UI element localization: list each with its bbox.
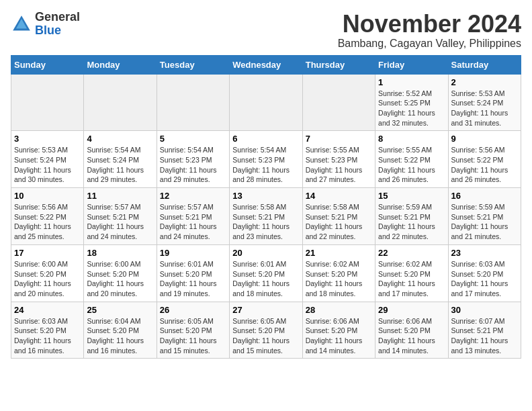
calendar-day-cell: 28Sunrise: 6:06 AMSunset: 5:20 PMDayligh…	[302, 302, 375, 359]
day-detail: Sunrise: 5:57 AMSunset: 5:21 PMDaylight:…	[160, 202, 226, 242]
calendar-table: SundayMondayTuesdayWednesdayThursdayFrid…	[11, 55, 521, 359]
day-number: 6	[232, 134, 299, 144]
day-number: 18	[87, 248, 153, 258]
title-section: November 2024 Bambang, Cagayan Valley, P…	[338, 11, 521, 50]
day-detail: Sunrise: 5:59 AMSunset: 5:21 PMDaylight:…	[451, 202, 518, 242]
calendar-day-cell: 4Sunrise: 5:54 AMSunset: 5:24 PMDaylight…	[84, 131, 157, 188]
day-detail: Sunrise: 5:54 AMSunset: 5:23 PMDaylight:…	[232, 145, 299, 185]
calendar-week-row: 3Sunrise: 5:53 AMSunset: 5:24 PMDaylight…	[11, 131, 521, 188]
calendar-day-cell: 27Sunrise: 6:05 AMSunset: 5:20 PMDayligh…	[230, 302, 302, 359]
calendar-day-cell: 17Sunrise: 6:00 AMSunset: 5:20 PMDayligh…	[11, 244, 84, 302]
day-number: 13	[232, 191, 299, 201]
day-number: 29	[378, 305, 445, 315]
day-number: 27	[232, 305, 299, 315]
calendar-day-cell: 29Sunrise: 6:06 AMSunset: 5:20 PMDayligh…	[375, 302, 448, 359]
calendar-day-cell	[302, 74, 375, 131]
day-number: 16	[451, 191, 518, 201]
day-detail: Sunrise: 6:01 AMSunset: 5:20 PMDaylight:…	[232, 259, 299, 299]
day-detail: Sunrise: 6:03 AMSunset: 5:20 PMDaylight:…	[451, 259, 518, 299]
day-number: 26	[160, 305, 226, 315]
day-detail: Sunrise: 6:00 AMSunset: 5:20 PMDaylight:…	[87, 259, 153, 299]
calendar-day-cell: 9Sunrise: 5:56 AMSunset: 5:22 PMDaylight…	[448, 131, 521, 188]
location: Bambang, Cagayan Valley, Philippines	[338, 38, 521, 50]
day-number: 8	[378, 134, 445, 144]
calendar-week-row: 1Sunrise: 5:52 AMSunset: 5:25 PMDaylight…	[11, 74, 521, 131]
day-number: 17	[14, 248, 81, 258]
day-detail: Sunrise: 5:56 AMSunset: 5:22 PMDaylight:…	[14, 202, 81, 242]
day-number: 4	[87, 134, 153, 144]
calendar-day-cell: 12Sunrise: 5:57 AMSunset: 5:21 PMDayligh…	[157, 188, 229, 245]
day-detail: Sunrise: 6:05 AMSunset: 5:20 PMDaylight:…	[232, 316, 299, 356]
day-number: 23	[451, 248, 518, 258]
calendar-day-cell: 16Sunrise: 5:59 AMSunset: 5:21 PMDayligh…	[448, 188, 521, 245]
calendar-day-cell: 13Sunrise: 5:58 AMSunset: 5:21 PMDayligh…	[230, 188, 302, 245]
calendar-day-cell	[230, 74, 302, 131]
day-detail: Sunrise: 5:53 AMSunset: 5:24 PMDaylight:…	[451, 89, 518, 128]
calendar-day-cell: 18Sunrise: 6:00 AMSunset: 5:20 PMDayligh…	[84, 244, 157, 302]
day-detail: Sunrise: 5:53 AMSunset: 5:24 PMDaylight:…	[14, 145, 81, 185]
weekday-header: Saturday	[448, 55, 521, 74]
weekday-header-row: SundayMondayTuesdayWednesdayThursdayFrid…	[11, 55, 521, 74]
day-detail: Sunrise: 6:02 AMSunset: 5:20 PMDaylight:…	[306, 259, 372, 299]
day-detail: Sunrise: 5:59 AMSunset: 5:21 PMDaylight:…	[378, 202, 445, 242]
day-detail: Sunrise: 5:54 AMSunset: 5:24 PMDaylight:…	[87, 145, 153, 185]
weekday-header: Sunday	[11, 55, 84, 74]
calendar-day-cell: 19Sunrise: 6:01 AMSunset: 5:20 PMDayligh…	[157, 244, 229, 302]
day-number: 10	[14, 191, 81, 201]
calendar-day-cell	[84, 74, 157, 131]
calendar-day-cell: 11Sunrise: 5:57 AMSunset: 5:21 PMDayligh…	[84, 188, 157, 245]
day-detail: Sunrise: 5:55 AMSunset: 5:23 PMDaylight:…	[306, 145, 372, 185]
calendar-day-cell: 3Sunrise: 5:53 AMSunset: 5:24 PMDaylight…	[11, 131, 84, 188]
day-detail: Sunrise: 6:03 AMSunset: 5:20 PMDaylight:…	[14, 316, 81, 356]
calendar-day-cell: 10Sunrise: 5:56 AMSunset: 5:22 PMDayligh…	[11, 188, 84, 245]
day-number: 28	[306, 305, 372, 315]
day-number: 7	[306, 134, 372, 144]
calendar-week-row: 24Sunrise: 6:03 AMSunset: 5:20 PMDayligh…	[11, 302, 521, 359]
day-number: 21	[306, 248, 372, 258]
weekday-header: Monday	[84, 55, 157, 74]
weekday-header: Friday	[375, 55, 448, 74]
calendar-day-cell: 7Sunrise: 5:55 AMSunset: 5:23 PMDaylight…	[302, 131, 375, 188]
calendar-day-cell: 23Sunrise: 6:03 AMSunset: 5:20 PMDayligh…	[448, 244, 521, 302]
day-number: 19	[160, 248, 226, 258]
day-number: 12	[160, 191, 226, 201]
calendar-day-cell: 21Sunrise: 6:02 AMSunset: 5:20 PMDayligh…	[302, 244, 375, 302]
calendar-day-cell	[11, 74, 84, 131]
day-detail: Sunrise: 5:55 AMSunset: 5:22 PMDaylight:…	[378, 145, 445, 185]
logo-icon	[11, 13, 32, 35]
calendar-day-cell: 8Sunrise: 5:55 AMSunset: 5:22 PMDaylight…	[375, 131, 448, 188]
calendar-day-cell: 20Sunrise: 6:01 AMSunset: 5:20 PMDayligh…	[230, 244, 302, 302]
day-detail: Sunrise: 5:58 AMSunset: 5:21 PMDaylight:…	[232, 202, 299, 242]
day-detail: Sunrise: 5:58 AMSunset: 5:21 PMDaylight:…	[306, 202, 372, 242]
page-header: General Blue November 2024 Bambang, Caga…	[11, 11, 521, 50]
day-detail: Sunrise: 6:06 AMSunset: 5:20 PMDaylight:…	[306, 316, 372, 356]
calendar-day-cell: 14Sunrise: 5:58 AMSunset: 5:21 PMDayligh…	[302, 188, 375, 245]
day-number: 30	[451, 305, 518, 315]
month-title: November 2024	[338, 11, 521, 38]
day-number: 22	[378, 248, 445, 258]
calendar-day-cell: 6Sunrise: 5:54 AMSunset: 5:23 PMDaylight…	[230, 131, 302, 188]
calendar-day-cell: 5Sunrise: 5:54 AMSunset: 5:23 PMDaylight…	[157, 131, 229, 188]
calendar-day-cell: 30Sunrise: 6:07 AMSunset: 5:21 PMDayligh…	[448, 302, 521, 359]
day-detail: Sunrise: 6:07 AMSunset: 5:21 PMDaylight:…	[451, 316, 518, 356]
logo: General Blue	[11, 11, 80, 38]
calendar-week-row: 10Sunrise: 5:56 AMSunset: 5:22 PMDayligh…	[11, 188, 521, 245]
day-number: 1	[378, 77, 445, 87]
day-number: 20	[232, 248, 299, 258]
calendar-week-row: 17Sunrise: 6:00 AMSunset: 5:20 PMDayligh…	[11, 244, 521, 302]
logo-blue: Blue	[35, 24, 61, 37]
day-detail: Sunrise: 6:01 AMSunset: 5:20 PMDaylight:…	[160, 259, 226, 299]
calendar-day-cell: 26Sunrise: 6:05 AMSunset: 5:20 PMDayligh…	[157, 302, 229, 359]
calendar-day-cell: 1Sunrise: 5:52 AMSunset: 5:25 PMDaylight…	[375, 74, 448, 131]
day-detail: Sunrise: 6:00 AMSunset: 5:20 PMDaylight:…	[14, 259, 81, 299]
day-number: 3	[14, 134, 81, 144]
day-detail: Sunrise: 5:54 AMSunset: 5:23 PMDaylight:…	[160, 145, 226, 185]
day-number: 25	[87, 305, 153, 315]
calendar-day-cell: 15Sunrise: 5:59 AMSunset: 5:21 PMDayligh…	[375, 188, 448, 245]
day-detail: Sunrise: 6:05 AMSunset: 5:20 PMDaylight:…	[160, 316, 226, 356]
day-number: 5	[160, 134, 226, 144]
day-detail: Sunrise: 5:52 AMSunset: 5:25 PMDaylight:…	[378, 89, 445, 128]
logo-general: General	[35, 10, 80, 24]
weekday-header: Thursday	[302, 55, 375, 74]
day-number: 15	[378, 191, 445, 201]
